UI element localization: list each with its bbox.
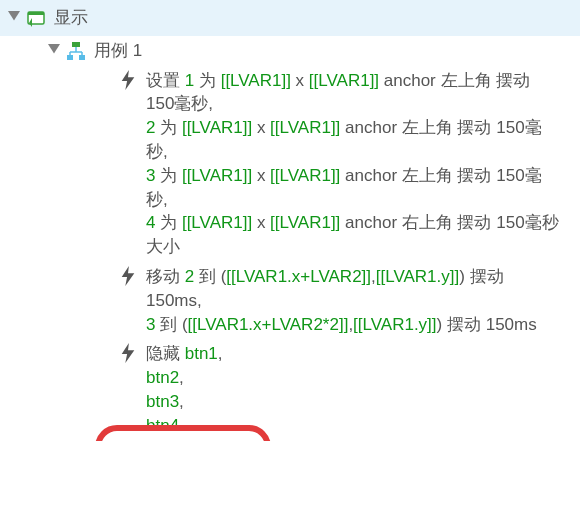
action-text: x <box>252 166 270 185</box>
svg-rect-5 <box>72 42 80 47</box>
action-param: btn4 <box>146 416 179 435</box>
action-param: [[LVAR1]] <box>270 118 340 137</box>
event-tree: 显示 用例 1 设置 1 为 [[LVAR1]] x [[LVAR1]] anc… <box>0 0 580 441</box>
action-text: ) 摆动 150ms <box>437 315 537 334</box>
svg-rect-11 <box>79 55 85 60</box>
action-text: 到 ( <box>194 267 226 286</box>
action-text: , <box>179 392 184 411</box>
svg-marker-13 <box>122 266 135 286</box>
disclosure-triangle-icon[interactable] <box>4 6 24 30</box>
action-param: [[LVAR1.y]] <box>376 267 459 286</box>
page-icon <box>24 6 48 30</box>
action-verb: 移动 <box>146 267 185 286</box>
action-param: [[LVAR1.x+LVAR2*2]] <box>188 315 349 334</box>
action-text: x <box>291 71 309 90</box>
action-param: [[LVAR1]] <box>182 213 252 232</box>
event-root-label: 显示 <box>54 6 580 30</box>
svg-marker-4 <box>48 44 60 54</box>
action-param: 2 <box>185 267 194 286</box>
action-text: x <box>252 213 270 232</box>
action-param: btn3 <box>146 392 179 411</box>
svg-rect-2 <box>28 12 44 15</box>
action-param: [[LVAR1]] <box>270 166 340 185</box>
action-description: 移动 2 到 ([[LVAR1.x+LVAR2]],[[LVAR1.y]]) 摆… <box>146 265 580 336</box>
action-row[interactable]: 隐藏 btn1,btn2,btn3,btn4 <box>0 339 580 440</box>
action-param: [[LVAR1]] <box>309 71 379 90</box>
action-text: , <box>218 344 223 363</box>
lightning-icon <box>116 265 140 294</box>
action-text: x <box>252 118 270 137</box>
action-param: [[LVAR1]] <box>270 213 340 232</box>
flow-icon <box>64 39 88 63</box>
action-row[interactable]: 设置 1 为 [[LVAR1]] x [[LVAR1]] anchor 左上角 … <box>0 66 580 262</box>
action-text: , <box>179 368 184 387</box>
action-text: 为 <box>155 213 181 232</box>
action-text: 为 <box>155 166 181 185</box>
action-param: btn1 <box>185 344 218 363</box>
lightning-icon <box>116 69 140 98</box>
action-param: 1 <box>185 71 194 90</box>
svg-marker-0 <box>8 11 20 21</box>
svg-rect-10 <box>67 55 73 60</box>
action-param: [[LVAR1]] <box>221 71 291 90</box>
action-description: 隐藏 btn1,btn2,btn3,btn4 <box>146 342 580 437</box>
action-param: [[LVAR1.y]] <box>353 315 436 334</box>
action-param: [[LVAR1]] <box>182 118 252 137</box>
action-verb: 隐藏 <box>146 344 185 363</box>
action-param: btn2 <box>146 368 179 387</box>
disclosure-triangle-icon[interactable] <box>44 39 64 63</box>
svg-marker-14 <box>122 343 135 363</box>
action-text: 到 ( <box>155 315 187 334</box>
case-row[interactable]: 用例 1 <box>0 36 580 66</box>
action-text: 为 <box>155 118 181 137</box>
event-row-root[interactable]: 显示 <box>0 0 580 36</box>
svg-marker-12 <box>122 70 135 90</box>
lightning-icon <box>116 342 140 371</box>
action-description: 设置 1 为 [[LVAR1]] x [[LVAR1]] anchor 左上角 … <box>146 69 580 259</box>
action-verb: 设置 <box>146 71 185 90</box>
action-param: [[LVAR1]] <box>182 166 252 185</box>
action-row[interactable]: 移动 2 到 ([[LVAR1.x+LVAR2]],[[LVAR1.y]]) 摆… <box>0 262 580 339</box>
case-label: 用例 1 <box>94 39 580 63</box>
action-text: 为 <box>194 71 220 90</box>
action-param: [[LVAR1.x+LVAR2]] <box>226 267 371 286</box>
